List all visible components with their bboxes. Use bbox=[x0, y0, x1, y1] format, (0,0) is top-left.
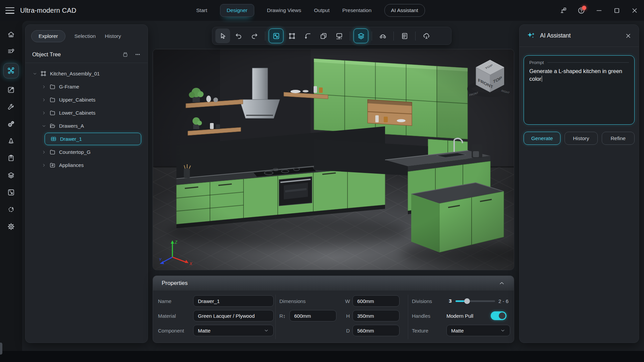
component-select[interactable]: Matte bbox=[193, 325, 274, 336]
tab-output[interactable]: Output bbox=[314, 7, 330, 13]
generate-button[interactable]: Generate bbox=[524, 132, 560, 145]
text-caret bbox=[542, 76, 542, 82]
main-tabs: Start Designer Drawing Views Output Pres… bbox=[196, 0, 425, 21]
tab-drawing-views[interactable]: Drawing Views bbox=[267, 7, 301, 13]
component-label: Component bbox=[158, 328, 193, 334]
chevron-right-icon[interactable] bbox=[42, 84, 46, 89]
tab-ai-assistant[interactable]: AI Assistant bbox=[384, 4, 425, 17]
fillet-icon[interactable] bbox=[300, 28, 315, 43]
minimize-icon[interactable] bbox=[595, 6, 603, 14]
properties-header[interactable]: Properties bbox=[153, 276, 514, 291]
maximize-icon[interactable] bbox=[613, 6, 621, 14]
tree-item-label: Countertop_G bbox=[59, 149, 91, 155]
refine-button[interactable]: Refine bbox=[602, 132, 635, 145]
help-icon[interactable] bbox=[577, 6, 585, 14]
width-input[interactable]: 600mm bbox=[353, 295, 399, 307]
tab-start[interactable]: Start bbox=[196, 7, 207, 13]
menu-icon[interactable] bbox=[5, 7, 14, 14]
tab-history[interactable]: History bbox=[105, 33, 121, 39]
chevron-right-icon[interactable] bbox=[42, 163, 46, 168]
divisions-range: 2 - 6 bbox=[498, 298, 508, 304]
node-link-icon[interactable] bbox=[375, 28, 390, 43]
bottom-bar bbox=[0, 351, 644, 362]
divisions-value: 3 bbox=[449, 298, 452, 304]
sketch-icon[interactable] bbox=[4, 84, 18, 96]
tree-item-label: Drawers_A bbox=[59, 123, 84, 129]
svg-text:Y: Y bbox=[159, 257, 162, 261]
history-button[interactable]: History bbox=[565, 132, 597, 145]
home-icon[interactable] bbox=[4, 29, 18, 40]
viewport[interactable]: FRONT RIGHT FRONT TOP TOP Z X Y bbox=[153, 49, 514, 270]
h-label: H bbox=[346, 313, 350, 319]
marquee-icon[interactable] bbox=[284, 28, 299, 43]
chevron-right-icon[interactable] bbox=[42, 98, 46, 102]
chevron-down-icon[interactable] bbox=[42, 124, 46, 128]
tree-item-upper-cabinets[interactable]: Upper_Cabinets bbox=[25, 93, 148, 106]
divisions-slider[interactable] bbox=[455, 298, 495, 304]
folder-icon bbox=[49, 149, 56, 155]
screen-icon[interactable] bbox=[332, 28, 346, 43]
tree-item-drawer-1[interactable]: Drawer_1 bbox=[25, 132, 148, 145]
tree-item-kitchen-assembly[interactable]: Kitchen_Assembly_01 bbox=[25, 67, 148, 80]
view-cube[interactable]: FRONT RIGHT FRONT TOP TOP bbox=[465, 55, 514, 100]
tree-item-label: Upper_Cabinets bbox=[59, 97, 95, 103]
undo-icon[interactable] bbox=[231, 28, 246, 43]
ai-assistant-panel: AI Assistant Prompt Generate a L-shaped … bbox=[519, 24, 639, 343]
tree-item-lower-cabinets[interactable]: Lower_Cabinets bbox=[25, 106, 148, 119]
depth-input[interactable]: 560mm bbox=[353, 325, 399, 336]
handles-label: Handles bbox=[412, 313, 444, 319]
chevron-right-icon[interactable] bbox=[42, 111, 46, 115]
texture-select[interactable]: Matte bbox=[446, 325, 510, 336]
handles-toggle[interactable] bbox=[491, 311, 506, 320]
material-label: Material bbox=[158, 313, 193, 319]
lamp-icon[interactable] bbox=[4, 135, 18, 147]
scale-box-icon[interactable]: F bbox=[4, 187, 18, 198]
chevron-down-icon[interactable] bbox=[33, 71, 37, 76]
pin-icon[interactable] bbox=[559, 6, 568, 14]
object-tree: Kitchen_Assembly_01 G-Frame Upper_Cabine… bbox=[25, 67, 148, 172]
select-cursor-icon[interactable] bbox=[215, 28, 230, 43]
chevron-up-icon[interactable] bbox=[498, 280, 505, 287]
route-pin-icon[interactable] bbox=[4, 46, 18, 57]
rotate-icon[interactable] bbox=[4, 204, 18, 215]
tree-item-drawers-a[interactable]: Drawers_A bbox=[25, 119, 148, 132]
clipboard-icon[interactable] bbox=[4, 153, 18, 164]
height-input[interactable]: 350mm bbox=[353, 310, 399, 321]
package-icon[interactable] bbox=[122, 51, 128, 58]
more-options-icon[interactable] bbox=[135, 51, 141, 58]
name-input[interactable]: Drawer_1 bbox=[193, 295, 274, 307]
prompt-text: Generate a L-shaped kitchen in green col… bbox=[529, 67, 630, 83]
tab-designer[interactable]: Designer bbox=[220, 4, 254, 17]
redo-icon[interactable] bbox=[247, 28, 262, 43]
close-icon[interactable] bbox=[631, 6, 639, 14]
prompt-input[interactable]: Prompt Generate a L-shaped kitchen in gr… bbox=[524, 55, 635, 125]
chevron-right-icon[interactable] bbox=[42, 150, 46, 155]
folder-open-icon bbox=[49, 123, 56, 129]
viewport-toolbar bbox=[212, 27, 451, 45]
tree-item-appliances[interactable]: Appliances bbox=[25, 159, 148, 172]
scale-tool-icon[interactable] bbox=[269, 28, 283, 43]
gears-icon[interactable] bbox=[4, 118, 18, 130]
cloud-sync-icon[interactable] bbox=[419, 28, 434, 43]
r-input[interactable]: 600mm bbox=[289, 310, 336, 321]
folder-icon bbox=[49, 97, 56, 103]
settings-icon[interactable] bbox=[4, 221, 18, 232]
tree-item-countertop-g[interactable]: Countertop_G bbox=[25, 145, 148, 159]
selected-tree-item[interactable]: Drawer_1 bbox=[45, 133, 141, 145]
object-tree-title: Object Tree bbox=[32, 51, 122, 58]
nodes-icon[interactable] bbox=[3, 63, 19, 78]
close-icon[interactable] bbox=[625, 32, 632, 40]
tree-item-g-frame[interactable]: G-Frame bbox=[25, 80, 148, 93]
tab-selection[interactable]: Selection bbox=[74, 33, 96, 39]
tab-explorer[interactable]: Explorer bbox=[31, 30, 65, 42]
tab-presentation[interactable]: Presentation bbox=[342, 7, 372, 13]
material-input[interactable]: Green Lacquer / Plywood bbox=[193, 310, 274, 321]
slider-thumb[interactable] bbox=[464, 298, 470, 304]
texture-label: Texture bbox=[412, 328, 444, 334]
layers-icon[interactable] bbox=[4, 170, 18, 181]
wrench-icon[interactable] bbox=[4, 101, 18, 113]
spec-list-icon[interactable] bbox=[397, 28, 412, 43]
w-label: W bbox=[345, 298, 350, 304]
duplicate-icon[interactable] bbox=[316, 28, 331, 43]
layers-icon[interactable] bbox=[354, 28, 368, 43]
